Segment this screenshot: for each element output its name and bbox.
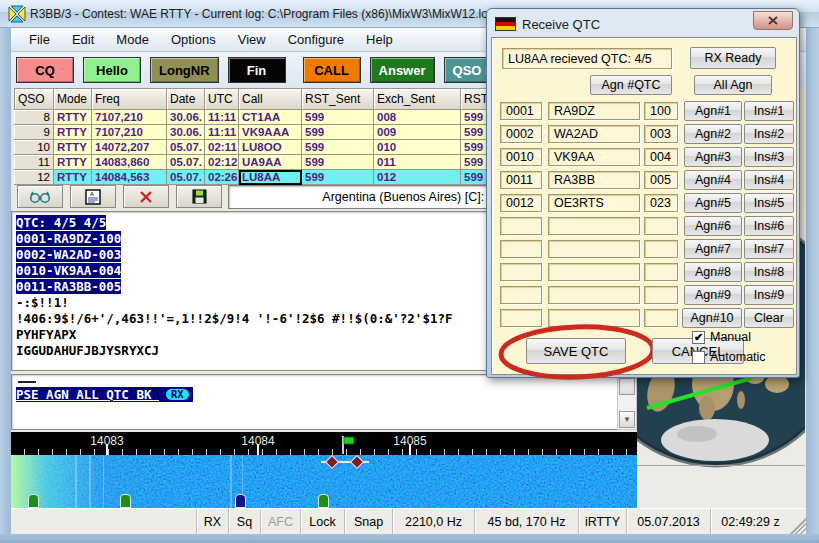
log-cell[interactable]: 009	[374, 125, 461, 140]
tx-text-pane[interactable]: PSE AGN ALL QTC BK RX	[11, 374, 637, 430]
log-cell[interactable]: 7107,210	[92, 110, 167, 125]
qtc-val-field-4[interactable]: 005	[644, 171, 678, 189]
qsl-letter-button[interactable]: A	[70, 185, 116, 208]
macro-cq-button[interactable]: CQ	[16, 57, 74, 83]
qtc-val-field-3[interactable]: 004	[644, 148, 678, 166]
macro-longnr-button[interactable]: LongNR	[150, 57, 219, 83]
log-cell[interactable]: 11:11	[205, 110, 239, 125]
qtc-call-field-9[interactable]	[548, 286, 640, 304]
all-agn-button[interactable]: All Agn	[694, 75, 772, 95]
qtc-call-field-5[interactable]: OE3RTS	[548, 194, 640, 212]
log-cell[interactable]: 599	[302, 155, 374, 170]
agn4-button[interactable]: Agn#4	[684, 170, 742, 190]
log-cell[interactable]: 012	[374, 170, 461, 185]
qtc-num-field-7[interactable]	[500, 240, 542, 258]
waterfall-display[interactable]	[11, 455, 637, 508]
qtc-num-field-2[interactable]: 0002	[500, 125, 542, 143]
ins1-button[interactable]: Ins#1	[744, 101, 794, 121]
log-cell[interactable]: 30.06.	[167, 125, 205, 140]
station-marker-green[interactable]	[28, 494, 39, 508]
agn2-button[interactable]: Agn#2	[684, 124, 742, 144]
search-log-button[interactable]	[17, 185, 63, 208]
qtc-num-field-4[interactable]: 0011	[500, 171, 542, 189]
scrollbar-thumb[interactable]	[619, 378, 635, 395]
log-cell[interactable]: 14084,563	[92, 170, 167, 185]
log-cell[interactable]: UA9AA	[239, 155, 302, 170]
log-col-utc[interactable]: UTC	[205, 88, 239, 110]
macro-fin-button[interactable]: Fin	[228, 57, 286, 83]
log-cell[interactable]: 8	[14, 110, 54, 125]
qtc-call-field-6[interactable]	[548, 217, 640, 235]
log-cell[interactable]: 599	[302, 110, 374, 125]
qtc-call-field-10[interactable]	[548, 309, 640, 327]
qtc-num-field-6[interactable]	[500, 217, 542, 235]
log-cell[interactable]: VK9AAA	[239, 125, 302, 140]
qtc-num-field-10[interactable]	[500, 309, 542, 327]
log-cell-focused-call[interactable]: LU8AA	[239, 170, 302, 185]
log-cell[interactable]: 14072,207	[92, 140, 167, 155]
agn5-button[interactable]: Agn#5	[684, 193, 742, 213]
log-cell[interactable]: 011	[374, 155, 461, 170]
log-cell[interactable]: 05.07.	[167, 155, 205, 170]
qtc-num-field-9[interactable]	[500, 286, 542, 304]
log-cell[interactable]: 599	[302, 140, 374, 155]
agn7-button[interactable]: Agn#7	[684, 239, 742, 259]
agn10-button[interactable]: Agn#10	[682, 308, 742, 328]
qtc-num-field-1[interactable]: 0001	[500, 102, 542, 120]
qtc-call-field-3[interactable]: VK9AA	[548, 148, 640, 166]
menu-file[interactable]: File	[19, 29, 60, 50]
qtc-call-field-8[interactable]	[548, 263, 640, 281]
agn6-button[interactable]: Agn#6	[684, 216, 742, 236]
log-col-freq[interactable]: Freq	[92, 88, 167, 110]
waterfall-frequency-scale[interactable]: 14083 14084 14085	[11, 432, 637, 455]
log-cell[interactable]: RTTY	[54, 110, 92, 125]
agn9-button[interactable]: Agn#9	[684, 285, 742, 305]
menu-help[interactable]: Help	[356, 29, 403, 50]
qtc-val-field-8[interactable]	[644, 263, 678, 281]
log-row-8[interactable]: 8 RTTY 7107,210 30.06. 11:11 CT1AA 599 0…	[14, 110, 506, 125]
ins3-button[interactable]: Ins#3	[744, 147, 794, 167]
log-cell[interactable]: 599	[302, 125, 374, 140]
dialog-title-bar[interactable]: Receive QTC	[491, 12, 795, 36]
save-log-button[interactable]	[176, 185, 222, 208]
delete-qso-button[interactable]	[123, 185, 169, 208]
log-cell[interactable]: 30.06.	[167, 110, 205, 125]
qtc-num-field-5[interactable]: 0012	[500, 194, 542, 212]
menu-edit[interactable]: Edit	[62, 29, 104, 50]
agn-qtc-button[interactable]: Agn #QTC	[590, 75, 672, 95]
status-squelch-toggle[interactable]: Sq	[228, 509, 260, 534]
log-row-11[interactable]: 11 RTTY 14083,860 05.07. 02:12 UA9AA 599…	[14, 155, 506, 170]
log-cell[interactable]: 05.07.	[167, 140, 205, 155]
qtc-call-field-7[interactable]	[548, 240, 640, 258]
menu-mode[interactable]: Mode	[106, 29, 159, 50]
log-cell[interactable]: 02:11	[205, 140, 239, 155]
log-cell[interactable]: 10	[14, 140, 54, 155]
qtc-call-field-1[interactable]: RA9DZ	[548, 102, 640, 120]
status-snap-toggle[interactable]: Snap	[344, 509, 392, 534]
tx-scrollbar[interactable]: ▼	[617, 374, 637, 430]
log-col-exch-sent[interactable]: Exch_Sent	[374, 88, 461, 110]
log-row-9[interactable]: 9 RTTY 7107,210 30.06. 11:11 VK9AAA 599 …	[14, 125, 506, 140]
scrollbar-down-arrow[interactable]: ▼	[619, 411, 635, 428]
log-cell[interactable]: LU8OO	[239, 140, 302, 155]
macro-hello-button[interactable]: Hello	[83, 57, 141, 83]
manual-checkbox[interactable]: ✔ Manual	[692, 330, 751, 344]
qtc-val-field-9[interactable]	[644, 286, 678, 304]
qtc-call-field-2[interactable]: WA2AD	[548, 125, 640, 143]
log-cell[interactable]: 010	[374, 140, 461, 155]
qtc-call-field-4[interactable]: RA3BB	[548, 171, 640, 189]
qtc-num-field-3[interactable]: 0010	[500, 148, 542, 166]
log-cell[interactable]: 12	[14, 170, 54, 185]
status-afc-toggle[interactable]: AFC	[260, 509, 300, 534]
log-cell[interactable]: 02:12	[205, 155, 239, 170]
qtc-header-field[interactable]: LU8AA recieved QTC: 4/5	[502, 48, 672, 69]
log-cell[interactable]: RTTY	[54, 125, 92, 140]
log-cell[interactable]: 05.07.	[167, 170, 205, 185]
ins9-button[interactable]: Ins#9	[744, 285, 794, 305]
qtc-val-field-1[interactable]: 100	[644, 102, 678, 120]
automatic-checkbox[interactable]: Automatic	[692, 350, 766, 364]
station-marker-green[interactable]	[318, 494, 329, 508]
status-rx-toggle[interactable]: RX	[196, 509, 228, 534]
log-col-rst-sent[interactable]: RST_Sent	[302, 88, 374, 110]
log-cell[interactable]: RTTY	[54, 155, 92, 170]
